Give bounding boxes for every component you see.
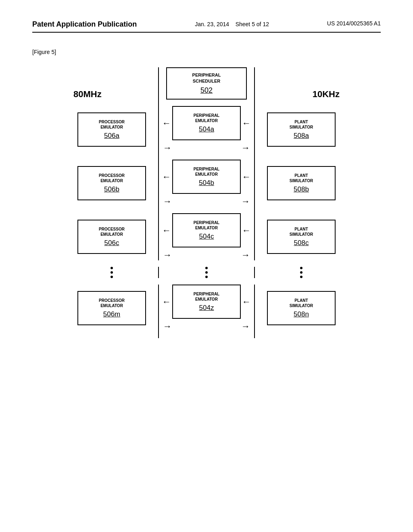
peripheral-title-b: PERIPHERALEMULATOR — [194, 166, 219, 177]
peripheral-id-a: 504a — [199, 125, 214, 133]
publication-title: Patent Application Publication — [32, 20, 137, 29]
plant-id-a: 508a — [294, 132, 309, 140]
publication-date-sheet: Jan. 23, 2014 Sheet 5 of 12 — [195, 20, 269, 29]
plant-title-a: PLANTSIMULATOR — [290, 119, 313, 130]
scheduler-box: PERIPHERALSCHEDULER 502 — [166, 67, 247, 100]
peripheral-id-m: 504z — [199, 304, 214, 312]
diagram: 80MHz PERIPHERALSCHEDULER 502 10KHz PROC — [32, 67, 381, 338]
arrow-left-c-proc: ← — [162, 225, 171, 236]
sheet-info: Sheet 5 of 12 — [236, 21, 269, 27]
plant-title-c: PLANTSIMULATOR — [290, 227, 313, 237]
processor-id-m: 506m — [103, 310, 121, 318]
figure-label: [Figure 5] — [32, 49, 381, 55]
plant-box-n: PLANTSIMULATOR 508n — [267, 291, 336, 325]
arrow-right-b-plant: ← — [242, 172, 251, 182]
plant-id-b: 508b — [294, 185, 309, 193]
plant-box-a: PLANTSIMULATOR 508a — [267, 112, 336, 147]
freq-right-label: 10KHz — [313, 89, 340, 100]
gap-bc — [65, 207, 348, 213]
arrow-left-a-plant: → — [241, 143, 250, 153]
arrow-left-b-plant: → — [241, 196, 250, 207]
processor-title-c: PROCESSOREMULATOR — [99, 227, 125, 237]
arrow-right-m-plant: ← — [242, 297, 251, 307]
diagram-row-c: PROCESSOREMULATOR 506c ← PERIPHERALEMULA… — [65, 213, 348, 260]
dot — [111, 276, 113, 278]
dots-section — [65, 260, 348, 285]
plant-id-n: 508n — [294, 310, 309, 318]
arrow-right-b-proc: → — [163, 196, 172, 207]
scheduler-id: 502 — [200, 86, 213, 95]
gap-row — [65, 100, 348, 106]
dot — [111, 267, 113, 269]
peripheral-title-m: PERIPHERALEMULATOR — [194, 291, 219, 302]
publication-number: US 2014/0025365 A1 — [327, 20, 381, 27]
dot — [300, 271, 302, 274]
peripheral-id-c: 504c — [199, 233, 214, 241]
arrow-left-m-plant: → — [241, 321, 250, 332]
arrow-right-c-plant: ← — [242, 225, 251, 236]
processor-box-b: PROCESSOREMULATOR 506b — [77, 166, 146, 200]
plant-title-n: PLANTSIMULATOR — [290, 298, 313, 308]
processor-box-m: PROCESSOREMULATOR 506m — [77, 291, 146, 325]
diagram-row-m: PROCESSOREMULATOR 506m ← PERIPHERALEMULA… — [65, 285, 348, 332]
page: Patent Application Publication Jan. 23, … — [0, 0, 413, 532]
arrow-right-a-proc: → — [163, 143, 172, 153]
processor-box-c: PROCESSOREMULATOR 506c — [77, 220, 146, 254]
page-header: Patent Application Publication Jan. 23, … — [32, 20, 381, 33]
peripheral-box-c: PERIPHERALEMULATOR 504c — [172, 213, 241, 247]
bottom-gap — [65, 332, 348, 338]
processor-title-m: PROCESSOREMULATOR — [99, 298, 125, 308]
arrow-left-c-plant: → — [241, 250, 250, 260]
plant-title-b: PLANTSIMULATOR — [290, 173, 313, 183]
peripheral-box-b: PERIPHERALEMULATOR 504b — [172, 160, 241, 194]
plant-box-b: PLANTSIMULATOR 508b — [267, 166, 336, 200]
dot — [205, 267, 208, 269]
peripheral-box-a: PERIPHERALEMULATOR 504a — [172, 106, 241, 140]
peripheral-id-b: 504b — [199, 179, 214, 187]
dot — [111, 271, 113, 274]
peripheral-title-c: PERIPHERALEMULATOR — [194, 220, 219, 231]
peripheral-title-a: PERIPHERALEMULATOR — [194, 113, 219, 123]
arrow-left-a-proc: ← — [162, 118, 171, 129]
dot — [300, 276, 302, 278]
dot — [300, 267, 302, 269]
gap-ab — [65, 153, 348, 160]
dots-right — [300, 267, 302, 278]
peripheral-box-m: PERIPHERALEMULATOR 504z — [172, 285, 241, 319]
plant-id-c: 508c — [294, 239, 309, 247]
diagram-row-b: PROCESSOREMULATOR 506b ← PERIPHERALEMULA… — [65, 160, 348, 207]
processor-box-a: PROCESSOREMULATOR 506a — [77, 112, 146, 147]
arrow-left-m-proc: ← — [162, 297, 171, 307]
processor-title-a: PROCESSOREMULATOR — [99, 119, 125, 130]
dot — [205, 276, 208, 278]
processor-id-c: 506c — [104, 239, 119, 247]
scheduler-title: PERIPHERALSCHEDULER — [192, 72, 221, 84]
arrow-right-m-proc: → — [163, 321, 172, 332]
arrow-left-b-proc: ← — [162, 172, 171, 182]
dots-left — [111, 267, 113, 278]
plant-box-c: PLANTSIMULATOR 508c — [267, 220, 336, 254]
arrow-right-a-plant: ← — [242, 118, 251, 129]
freq-left-label: 80MHz — [73, 89, 102, 100]
processor-id-a: 506a — [104, 132, 119, 140]
processor-id-b: 506b — [104, 185, 119, 193]
dot — [205, 271, 208, 274]
arrow-right-c-proc: → — [163, 250, 172, 260]
pub-date: Jan. 23, 2014 — [195, 21, 229, 27]
processor-title-b: PROCESSOREMULATOR — [99, 173, 125, 183]
dots-mid — [205, 267, 208, 278]
diagram-row-a: PROCESSOREMULATOR 506a ← PERIPHERALEMULA… — [65, 106, 348, 153]
